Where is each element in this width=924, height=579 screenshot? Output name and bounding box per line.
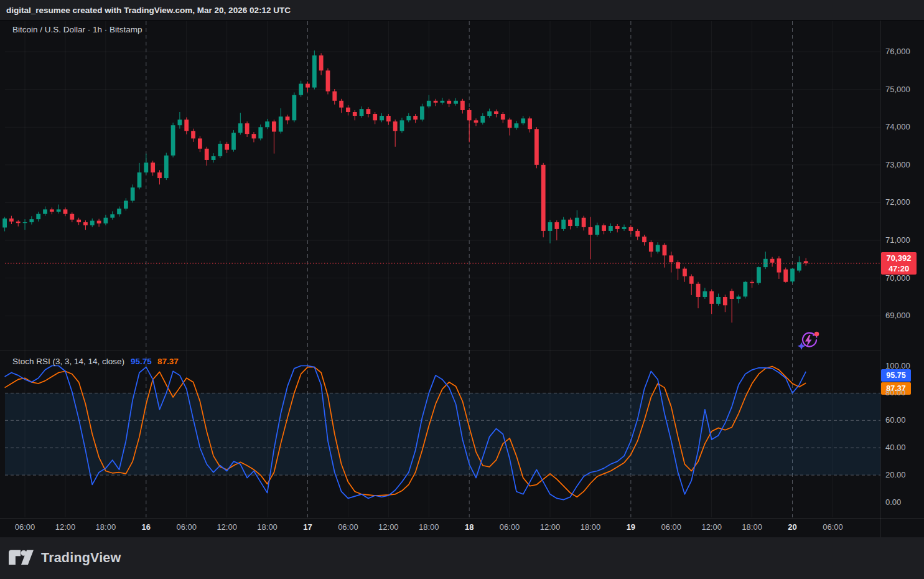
candle-body <box>50 209 54 212</box>
candle-body <box>582 218 586 227</box>
candle-body <box>29 219 34 222</box>
tradingview-logo-text: TradingView <box>41 550 121 566</box>
candle-body <box>750 282 754 283</box>
candle-body <box>63 209 68 214</box>
symbol-title[interactable]: Bitcoin / U.S. Dollar · 1h · Bitstamp <box>12 25 142 34</box>
time-axis-label: 06:00 <box>500 522 520 532</box>
tradingview-logo[interactable]: TradingView <box>9 550 121 566</box>
price-axis-label: 76,000 <box>885 47 910 57</box>
candle-body <box>541 165 546 231</box>
stoch-axis-label: 40.00 <box>885 443 906 453</box>
candle-body <box>110 214 114 217</box>
stoch-axis-label: 60.00 <box>885 415 906 425</box>
candle-body <box>494 111 498 114</box>
candle-body <box>427 101 431 106</box>
candle-body <box>164 156 169 178</box>
candle-body <box>97 221 101 224</box>
candle-body <box>649 242 653 252</box>
candle-body <box>9 219 14 222</box>
time-axis-label: 19 <box>627 522 635 532</box>
candle-body <box>622 227 627 229</box>
candle-body <box>131 187 135 200</box>
candle-body <box>57 209 61 212</box>
candle-body <box>441 101 445 103</box>
candle-body <box>575 218 579 226</box>
candle-body <box>757 267 761 283</box>
candle-body <box>212 156 216 160</box>
candle-body <box>689 276 694 284</box>
candle-body <box>696 284 701 297</box>
candle-body <box>238 123 243 133</box>
candle-body <box>16 222 21 223</box>
time-axis-border <box>0 518 924 519</box>
time-axis-label: 06:00 <box>661 522 681 532</box>
candle-body <box>534 129 539 165</box>
candle-body <box>380 116 384 120</box>
candle-body <box>413 116 418 120</box>
candle-body <box>231 133 236 149</box>
candle-body <box>663 245 667 255</box>
candle-body <box>602 225 606 231</box>
candle-body <box>70 214 74 220</box>
candle-body <box>790 269 795 282</box>
time-axis-label: 18:00 <box>419 522 439 532</box>
stoch-d-value: 87.37 <box>157 357 179 366</box>
candle-body <box>683 269 687 276</box>
indicator-title: Stoch RSI (3, 3, 14, 14, close) <box>12 357 124 366</box>
stoch-axis-label: 100.00 <box>885 361 910 371</box>
candle-body <box>23 222 27 223</box>
time-axis-label: 18:00 <box>742 522 762 532</box>
bar-countdown: 47:20 <box>881 263 917 274</box>
candle-body <box>198 138 202 148</box>
candle-body <box>312 55 317 88</box>
stoch-k-badge: 95.75 <box>881 369 911 382</box>
stoch-axis-label: 20.00 <box>885 470 906 480</box>
candle-body <box>144 162 148 172</box>
candle-body <box>561 220 566 229</box>
time-axis-label: 18 <box>465 522 474 532</box>
time-axis-label: 20 <box>788 522 796 532</box>
candle-body <box>252 134 256 138</box>
price-axis-label: 71,000 <box>885 235 910 245</box>
candle-body <box>306 84 310 88</box>
stoch-axis-label: 0.00 <box>885 497 901 507</box>
candle-body <box>157 172 162 178</box>
time-axis-label: 06:00 <box>176 522 197 532</box>
candle-body <box>467 110 472 120</box>
candle-body <box>346 108 350 112</box>
candle-body <box>326 70 330 91</box>
candle-body <box>245 123 250 134</box>
candle-body <box>178 120 182 125</box>
last-price-value: 70,392 <box>881 253 917 263</box>
candle-body <box>2 219 7 228</box>
candle-body <box>595 225 599 235</box>
candle-body <box>480 116 485 123</box>
time-axis-label: 12:00 <box>701 522 722 532</box>
pane-separator[interactable] <box>0 351 880 351</box>
candle-body <box>151 162 155 172</box>
candle-body <box>548 222 553 231</box>
indicator-legend[interactable]: Stoch RSI (3, 3, 14, 14, close)95.7587.3… <box>12 357 179 366</box>
candle-body <box>36 214 40 219</box>
candle-body <box>360 109 364 116</box>
candle-body <box>258 127 263 138</box>
candle-body <box>124 200 128 209</box>
last-price-badge: 70,392 47:20 <box>881 252 917 275</box>
stoch-k-value: 95.75 <box>131 357 152 366</box>
ai-spark-button[interactable] <box>797 330 821 351</box>
candle-body <box>319 55 324 70</box>
price-axis-label: 73,000 <box>885 160 910 170</box>
time-axis-label: 12:00 <box>378 522 399 532</box>
candle-body <box>554 222 559 229</box>
candle-body <box>43 209 47 214</box>
price-chart-canvas[interactable] <box>0 0 924 579</box>
candle-body <box>393 121 398 131</box>
candle-body <box>420 106 424 120</box>
candle-body <box>783 270 788 282</box>
candle-body <box>171 125 175 155</box>
candle-body <box>279 116 283 131</box>
candle-body <box>615 226 620 229</box>
candle-body <box>447 101 451 104</box>
candle-body <box>501 114 505 120</box>
stoch-band <box>5 393 880 475</box>
